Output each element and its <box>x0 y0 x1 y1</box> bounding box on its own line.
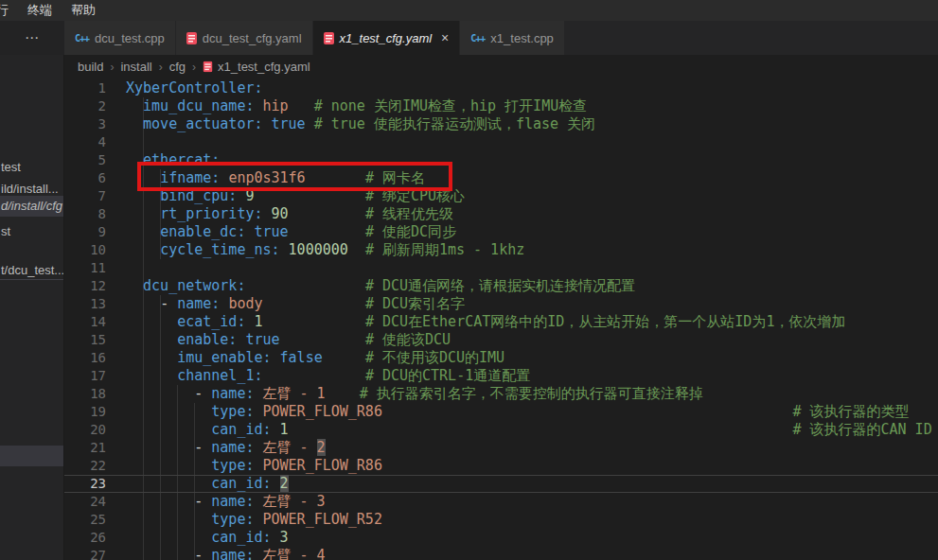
line-content: channel_1: # DCU的CTRL-1通道配置 <box>126 367 530 385</box>
line-number[interactable]: 20 <box>64 421 106 439</box>
code-token: enp0s31f6 <box>228 169 305 186</box>
code-token: true <box>245 331 279 348</box>
line-number[interactable]: 13 <box>64 295 106 313</box>
code-line[interactable]: 20 can_id: 1 # 该执行器的CAN ID <box>64 421 938 439</box>
menu-item-行[interactable]: 行 <box>0 0 18 21</box>
code-token: 1000000 <box>289 241 348 258</box>
sidebar-item[interactable]: t/dcu_test... <box>0 260 64 281</box>
menu-item-帮助[interactable]: 帮助 <box>62 0 105 21</box>
sidebar-selected-row[interactable] <box>0 446 64 466</box>
code-line[interactable]: 18 - name: 左臂 - 1 # 执行器索引名字，不需要控制的执行器可直接… <box>64 385 938 403</box>
code-token: POWER_FLOW_R52 <box>263 511 382 528</box>
code-line[interactable]: 16 imu_enable: false # 不使用该DCU的IMU <box>64 349 938 367</box>
code-token: 1 <box>254 313 262 330</box>
line-number[interactable]: 24 <box>64 493 106 511</box>
line-content: ecat_id: 1 # DCU在EtherCAT网络中的ID，从主站开始，第一… <box>126 313 845 331</box>
code-token <box>126 115 143 132</box>
tab-dcu_test_cfg.yaml[interactable]: dcu_test_cfg.yaml <box>176 21 312 55</box>
tab-x1_test.cpp[interactable]: C++x1_test.cpp <box>460 21 564 55</box>
sidebar-item[interactable]: st <box>0 221 64 242</box>
line-number[interactable]: 27 <box>64 547 106 560</box>
code-line[interactable]: 4 <box>64 133 938 151</box>
code-token <box>254 385 262 402</box>
code-token: # DCU的CTRL-1通道配置 <box>365 367 530 384</box>
line-number[interactable]: 23 <box>64 475 106 493</box>
code-line[interactable]: 6 ifname: enp0s31f6 # 网卡名 <box>64 169 938 187</box>
line-number[interactable]: 18 <box>64 385 106 403</box>
code-line[interactable]: 1XyberController: <box>64 79 938 97</box>
line-number[interactable]: 5 <box>64 151 106 169</box>
line-number[interactable]: 3 <box>64 115 106 133</box>
breadcrumb-item[interactable]: cfg <box>169 60 186 74</box>
line-number[interactable]: 4 <box>64 133 106 151</box>
code-line[interactable]: 2 imu_dcu_name: hip # none 关闭IMU检查，hip 打… <box>64 97 938 115</box>
line-number[interactable]: 21 <box>64 439 106 457</box>
line-number[interactable]: 17 <box>64 367 106 385</box>
code-area[interactable]: 1XyberController:2 imu_dcu_name: hip # n… <box>64 79 938 560</box>
code-line[interactable]: 17 channel_1: # DCU的CTRL-1通道配置 <box>64 367 938 385</box>
code-line[interactable]: 22 type: POWER_FLOW_R86 <box>64 457 938 475</box>
code-token: # 使能该DCU <box>365 331 451 348</box>
code-line[interactable]: 7 bind_cpu: 9 # 绑定CPU核心 <box>64 187 938 205</box>
code-line[interactable]: 14 ecat_id: 1 # DCU在EtherCAT网络中的ID，从主站开始… <box>64 313 938 331</box>
line-number[interactable]: 19 <box>64 403 106 421</box>
code-token <box>126 223 160 240</box>
code-line[interactable]: 11 <box>64 259 938 277</box>
code-token <box>126 187 160 204</box>
editor-pane[interactable]: build›install›cfg›x1_test_cfg.yaml 1Xybe… <box>64 55 938 560</box>
code-token <box>263 367 365 384</box>
code-line[interactable]: 26 can_id: 3 <box>64 529 938 547</box>
line-number[interactable]: 9 <box>64 223 106 241</box>
breadcrumb-file[interactable]: x1_test_cfg.yaml <box>218 60 310 74</box>
code-token: can_id: <box>211 529 271 546</box>
code-line[interactable]: 15 enable: true # 使能该DCU <box>64 331 938 349</box>
yaml-file-icon <box>324 32 334 44</box>
code-line[interactable]: 19 type: POWER_FLOW_R86 # 该执行器的类型 <box>64 403 938 421</box>
code-token: - <box>194 385 211 402</box>
sidebar-item[interactable]: d/install/cfg <box>0 196 64 217</box>
code-token <box>254 439 262 456</box>
line-number[interactable]: 7 <box>64 187 106 205</box>
code-line[interactable]: 24 - name: 左臂 - 3 <box>64 493 938 511</box>
sidebar-item[interactable]: test <box>0 157 64 178</box>
code-line[interactable]: 12 dcu_network: # DCU通信网络，请根据实机连接情况配置 <box>64 277 938 295</box>
code-token: true <box>272 115 306 132</box>
code-line[interactable]: 3 move_actuator: true # true 使能执行器运动测试，f… <box>64 115 938 133</box>
line-number[interactable]: 26 <box>64 529 106 547</box>
breadcrumb-item[interactable]: build <box>78 60 103 74</box>
code-line[interactable]: 27 - name: 左臂 - 4 <box>64 547 938 560</box>
tab-dcu_test.cpp[interactable]: C++dcu_test.cpp <box>64 21 175 55</box>
line-number[interactable]: 8 <box>64 205 106 223</box>
line-number[interactable]: 15 <box>64 331 106 349</box>
line-content: - name: 左臂 - 4 <box>126 547 326 560</box>
code-line[interactable]: 9 enable_dc: true # 使能DC同步 <box>64 223 938 241</box>
line-number[interactable]: 2 <box>64 97 106 115</box>
code-line[interactable]: 23 can_id: 2 <box>64 475 938 493</box>
line-number[interactable]: 12 <box>64 277 106 295</box>
tab-x1_test_cfg.yaml[interactable]: x1_test_cfg.yaml× <box>313 21 460 55</box>
code-token: 90 <box>272 205 289 222</box>
breadcrumb-item[interactable]: install <box>120 60 151 74</box>
line-number[interactable]: 10 <box>64 241 106 259</box>
line-number[interactable]: 11 <box>64 259 106 277</box>
line-number[interactable]: 16 <box>64 349 106 367</box>
code-token: true <box>254 223 288 240</box>
code-line[interactable]: 10 cycle_time_ns: 1000000 # 刷新周期1ms - 1k… <box>64 241 938 259</box>
menu-item-终端[interactable]: 终端 <box>18 0 62 21</box>
code-line[interactable]: 13 - name: body # DCU索引名字 <box>64 295 938 313</box>
code-line[interactable]: 8 rt_priority: 90 # 线程优先级 <box>64 205 938 223</box>
code-line[interactable]: 25 type: POWER_FLOW_R52 <box>64 511 938 529</box>
code-token <box>126 547 194 560</box>
line-number[interactable]: 25 <box>64 511 106 529</box>
code-token: # 网卡名 <box>365 169 425 186</box>
code-token: type: <box>211 511 254 528</box>
line-number[interactable]: 1 <box>64 79 106 97</box>
line-number[interactable]: 22 <box>64 457 106 475</box>
code-line[interactable]: 5 ethercat: <box>64 151 938 169</box>
more-actions-icon[interactable]: ⋯ <box>25 29 40 46</box>
line-number[interactable]: 14 <box>64 313 106 331</box>
tab-close-icon[interactable]: × <box>441 31 449 44</box>
code-line[interactable]: 21 - name: 左臂 - 2 <box>64 439 938 457</box>
line-number[interactable]: 6 <box>64 169 106 187</box>
code-token <box>126 169 160 186</box>
